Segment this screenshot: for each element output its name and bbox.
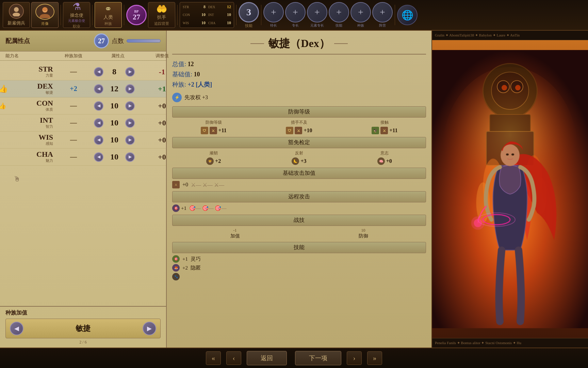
forward-icon: › xyxy=(353,354,356,362)
skill-plus-button[interactable]: + xyxy=(329,2,349,22)
wis-value-box: 10 xyxy=(105,135,124,144)
race-bonus-line: 种族: +2 [人类] xyxy=(172,80,426,89)
right-bottom-text: Penelia Fanils ✦ Bontus alitor ✦ Stacni … xyxy=(435,341,521,345)
con-modifier: +0 xyxy=(142,102,182,110)
skill-agility-icon: 🎯 xyxy=(172,255,180,263)
save-section-header: 豁免检定 xyxy=(172,137,426,148)
separator xyxy=(124,5,124,25)
dex-name: DEX 敏捷 xyxy=(5,82,53,95)
cha-increase-button[interactable]: ▶ xyxy=(125,152,135,162)
fast-backward-icon: « xyxy=(212,354,215,362)
save-fort-value: 🦁 +2 xyxy=(206,157,221,165)
alignment-btn-wrap: + 阵营 xyxy=(372,2,393,28)
race-current-label: 敏捷 xyxy=(76,323,91,334)
next-button[interactable]: 下一项 xyxy=(295,351,341,365)
new-recruit-icon xyxy=(9,4,24,19)
portrait-nav-btn[interactable]: 肖像 xyxy=(31,2,59,28)
feat-label: 特长 xyxy=(270,23,277,28)
range-row: 🎯 +1 🎯— 🎯— 🎯— xyxy=(172,204,426,212)
backward-button[interactable]: ‹ xyxy=(226,351,241,365)
element-plus-button[interactable]: + xyxy=(307,2,327,22)
alignment-label: 阵营 xyxy=(379,23,386,28)
race-page-indicator: 2 / 6 xyxy=(5,340,161,345)
svg-point-20 xyxy=(506,153,509,155)
new-recruit-button[interactable]: 新雇佣兵 xyxy=(3,2,30,28)
col-modifier: 调整值 xyxy=(142,53,182,59)
skill-stealth-name: 隐匿 xyxy=(191,265,201,271)
wis-row: WIS 感知 — ◀ 10 ▶ +0 xyxy=(0,132,166,149)
str-row: STR 力量 — ◀ 8 ▶ -1 xyxy=(0,63,166,80)
total-value-line: 总值: 12 xyxy=(172,60,426,68)
ability-info-block: 总值: 12 基础值: 10 种族: +2 [人类] xyxy=(172,60,426,89)
str-value-control: ◀ 8 ▶ xyxy=(94,67,142,77)
race-next-button[interactable]: ▶ xyxy=(143,322,156,335)
specialty-plus-button[interactable]: + xyxy=(285,2,306,22)
con-decrease-button[interactable]: ◀ xyxy=(94,101,103,111)
right-top-decoration-bar: Gralin ✦ AbomiTalipiti38 ✦ Babylon ✦ Lau… xyxy=(432,31,588,40)
maneuver-defense-cell: 10 防御 xyxy=(300,228,426,239)
maneuver-section-header: 战技 xyxy=(172,215,426,226)
bab-sword-icon: ⚔ xyxy=(172,181,180,188)
right-bottom-decoration-bar: Penelia Fanils ✦ Bontus alitor ✦ Stacni … xyxy=(432,338,588,348)
cha-decrease-button[interactable]: ◀ xyxy=(94,152,103,162)
forward-button[interactable]: › xyxy=(347,351,362,365)
range-icon2: 🎯 xyxy=(202,205,209,211)
background-nav-btn[interactable]: 🤲 扒手 追踪背景 xyxy=(148,2,175,28)
dex-modifier: +1 xyxy=(142,85,182,93)
dex-race-bonus: +2 xyxy=(53,85,94,93)
bp-section: BP 27 xyxy=(126,5,147,25)
fast-forward-button[interactable]: » xyxy=(367,351,382,365)
ac-eagle-icon: 🦅 xyxy=(372,127,379,134)
race-nav-btn[interactable]: ⚭ 人类 种族 xyxy=(95,2,122,28)
range-value: +1 xyxy=(181,205,186,211)
int-cn: 智力 xyxy=(46,124,53,129)
alignment-plus-button[interactable]: + xyxy=(372,2,393,22)
feat-plus-button[interactable]: + xyxy=(263,2,284,22)
bp-circle: BP 27 xyxy=(126,5,147,25)
skill-third-icon: 🐾 xyxy=(172,273,180,280)
wis-increase-button[interactable]: ▶ xyxy=(125,135,135,145)
cha-value-box: 10 xyxy=(105,152,124,162)
right-character-panel: Gralin ✦ AbomiTalipiti38 ✦ Babylon ✦ Lau… xyxy=(431,31,588,348)
top-navigation-bar: 新雇佣兵 肖像 ⚗ 操念使 元素极念使 职业 ⚭ 人类 种族 BP 27 xyxy=(0,0,588,31)
points-display: 27 点数 xyxy=(94,33,161,48)
bottom-main-buttons: 返回 下一项 xyxy=(247,351,341,365)
str-increase-button[interactable]: ▶ xyxy=(125,67,135,77)
level-section: 3 技能 xyxy=(239,2,259,28)
dex-decrease-button[interactable]: ◀ xyxy=(94,84,103,94)
maneuver-defense-sublabel: 防御 xyxy=(359,233,368,239)
points-label: 点数 xyxy=(112,37,124,45)
str-name: STR 力量 xyxy=(5,65,53,78)
str-abbr: STR xyxy=(38,65,53,73)
fast-backward-button[interactable]: « xyxy=(206,351,221,365)
race-bonus-label: 种族 xyxy=(357,23,364,28)
dex-increase-button[interactable]: ▶ xyxy=(125,84,135,94)
save-will-cell: 意志 🧠 +0 xyxy=(343,150,426,165)
str-decrease-button[interactable]: ◀ xyxy=(94,67,103,77)
ac-defense-cell: 防御等级 🛡 ⚔ +11 xyxy=(172,120,255,134)
right-top-text: Gralin ✦ AbomiTalipiti38 ✦ Babylon ✦ Lau… xyxy=(435,33,520,37)
ability-detail-title: 敏捷（Dex） xyxy=(172,36,426,55)
skill-stealth-value: +2 xyxy=(182,265,188,271)
race-prev-button[interactable]: ◀ xyxy=(10,322,23,335)
wis-decrease-button[interactable]: ◀ xyxy=(94,135,103,145)
skill-row-stealth: 🦊 +2 隐匿 xyxy=(172,264,426,272)
race-bonus-plus-button[interactable]: + xyxy=(350,2,371,22)
str-value-box: 8 xyxy=(105,67,124,76)
int-stat: INT 10 xyxy=(207,11,232,19)
backward-icon: ‹ xyxy=(233,354,235,362)
back-button[interactable]: 返回 xyxy=(247,351,287,365)
separator xyxy=(261,5,261,25)
str-modifier: -1 xyxy=(142,67,182,76)
ac-touch-label: 接触 xyxy=(380,120,389,125)
con-increase-button[interactable]: ▶ xyxy=(125,101,135,111)
job-nav-btn[interactable]: ⚗ 操念使 元素极念使 职业 xyxy=(63,2,90,28)
svg-point-0 xyxy=(14,7,19,12)
ac-defense-value: 🛡 ⚔ +11 xyxy=(201,127,227,134)
int-decrease-button[interactable]: ◀ xyxy=(94,118,103,128)
ac-touch-cell: 接触 🦅 ⚔ +11 xyxy=(343,120,426,134)
alloc-title: 配属性点 xyxy=(5,37,30,45)
int-increase-button[interactable]: ▶ xyxy=(125,118,135,128)
bab-row: ⚔ +0 ⚔— ⚔— ⚔— xyxy=(172,181,426,188)
globe-button[interactable]: 🌐 xyxy=(397,5,418,25)
